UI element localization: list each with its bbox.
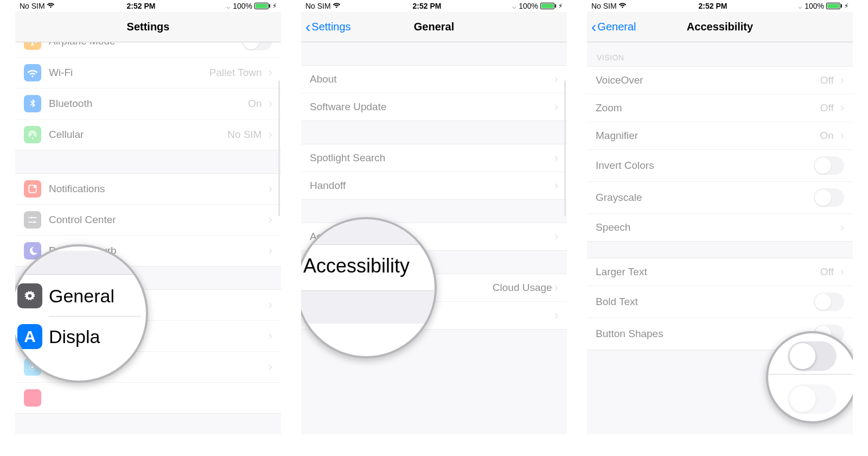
row-value: Off [820, 266, 834, 278]
row-wifi[interactable]: Wi-Fi Pallet Town › [15, 58, 281, 88]
row-label: Airplane Mode [49, 42, 242, 47]
nav-bar: Settings [15, 12, 281, 42]
row-value: Pallet Town [209, 67, 262, 79]
scrollbar[interactable] [278, 80, 280, 216]
chevron-right-icon: › [269, 97, 272, 111]
row-invert-colors[interactable]: Invert Colors [587, 150, 853, 182]
svg-point-1 [34, 185, 36, 188]
notifications-tile-icon [24, 180, 41, 198]
cellular-tile-icon [24, 126, 41, 143]
clock: 2:52 PM [412, 2, 441, 10]
chevron-right-icon: › [269, 244, 272, 258]
sounds-tile-icon [24, 389, 41, 407]
clock: 2:52 PM [698, 2, 727, 10]
row-bluetooth[interactable]: Bluetooth On › [15, 88, 281, 119]
bluetooth-icon: ⌵ [512, 2, 516, 10]
row-zoom[interactable]: Zoom Off › [587, 94, 853, 122]
back-button[interactable]: ‹ General [591, 12, 636, 42]
back-label: General [597, 21, 636, 33]
magnifier-toggle [766, 331, 853, 423]
wifi-tile-icon [24, 64, 41, 81]
row-label: Zoom [596, 102, 820, 114]
row-label: Spotlight Search [310, 152, 552, 164]
chevron-right-icon: › [269, 213, 272, 227]
row-label: VoiceOver [596, 74, 820, 86]
row-spotlight[interactable]: Spotlight Search › [301, 144, 567, 172]
phone-settings: No SIM 2:52 PM ⌵ 100% ⚡︎ Settings Airpla… [15, 0, 281, 434]
battery-icon [826, 3, 842, 9]
row-handoff[interactable]: Handoff › [301, 172, 567, 199]
bold-text-toggle[interactable] [814, 293, 844, 311]
chevron-right-icon: › [554, 151, 558, 165]
display-tile-icon: A [17, 324, 42, 349]
general-tile-icon [17, 283, 42, 308]
back-button[interactable]: ‹ Settings [305, 12, 351, 42]
svg-point-2 [30, 217, 32, 218]
charging-icon: ⚡︎ [844, 2, 848, 10]
magnified-toggle-2[interactable] [788, 384, 837, 413]
row-bold-text[interactable]: Bold Text [587, 286, 853, 318]
battery-pct: 100% [519, 2, 538, 10]
chevron-right-icon: › [554, 72, 558, 86]
bluetooth-icon: ⌵ [798, 2, 802, 10]
nav-title: General [414, 21, 454, 33]
airplane-icon [24, 42, 41, 50]
magnifier-label: Accessibility [303, 255, 410, 277]
bluetooth-tile-icon [24, 95, 41, 112]
row-airplane-mode[interactable]: Airplane Mode [15, 42, 281, 58]
bluetooth-icon: ⌵ [226, 2, 231, 10]
status-bar: No SIM 2:52 PM ⌵ 100% ⚡︎ [301, 0, 567, 12]
invert-toggle[interactable] [814, 156, 844, 175]
chevron-right-icon: › [554, 281, 558, 295]
charging-icon: ⚡︎ [272, 2, 277, 10]
row-label: Bluetooth [49, 98, 248, 110]
control-center-tile-icon [24, 211, 41, 229]
chevron-right-icon: › [840, 101, 844, 115]
row-label: Button Shapes [596, 328, 814, 340]
magnifier-label: General [49, 286, 114, 307]
chevron-right-icon: › [269, 298, 272, 312]
row-label: Software Update [310, 101, 552, 113]
nav-bar: ‹ Settings General [301, 12, 567, 42]
row-label: Cellular [49, 129, 227, 141]
row-software-update[interactable]: Software Update › [301, 93, 567, 121]
chevron-right-icon: › [554, 179, 558, 193]
battery-icon [540, 3, 556, 9]
row-sounds-partial[interactable] [15, 383, 281, 413]
nav-bar: ‹ General Accessibility [587, 12, 853, 42]
row-speech[interactable]: Speech › [587, 214, 853, 241]
row-about[interactable]: About › [301, 66, 567, 93]
row-grayscale[interactable]: Grayscale [587, 182, 853, 214]
row-notifications[interactable]: Notifications › [15, 174, 281, 205]
chevron-right-icon: › [269, 329, 272, 343]
chevron-right-icon: › [269, 66, 272, 80]
airplane-toggle[interactable] [242, 42, 272, 50]
row-voiceover[interactable]: VoiceOver Off › [587, 67, 853, 94]
row-magnifier[interactable]: Magnifier On › [587, 122, 853, 150]
grayscale-toggle[interactable] [814, 188, 844, 207]
scrollbar[interactable] [564, 80, 566, 216]
chevron-right-icon: › [269, 182, 272, 196]
row-label: Notifications [49, 183, 266, 195]
row-value: No SIM [227, 129, 261, 141]
row-control-center[interactable]: Control Center › [15, 205, 281, 236]
nav-title: Settings [127, 21, 170, 33]
chevron-left-icon: ‹ [305, 20, 310, 35]
magnified-toggle[interactable] [788, 341, 837, 370]
row-label: Handoff [310, 180, 552, 192]
row-cellular[interactable]: Cellular No SIM › [15, 119, 281, 150]
row-label: Wi-Fi [49, 67, 209, 79]
wifi-icon [333, 2, 342, 10]
carrier-label: No SIM [305, 2, 331, 10]
back-label: Settings [311, 21, 350, 33]
row-label: Grayscale [596, 192, 814, 204]
battery-icon [254, 3, 270, 9]
row-label: Control Center [49, 214, 266, 226]
chevron-right-icon: › [840, 265, 844, 279]
battery-pct: 100% [805, 2, 824, 10]
phone-general: No SIM 2:52 PM ⌵ 100% ⚡︎ ‹ Settings Gene… [301, 0, 567, 434]
chevron-right-icon: › [554, 100, 558, 114]
status-bar: No SIM 2:52 PM ⌵ 100% ⚡︎ [15, 0, 281, 12]
row-larger-text[interactable]: Larger Text Off › [587, 258, 853, 286]
magnifier-general: General A Displa [15, 244, 148, 383]
